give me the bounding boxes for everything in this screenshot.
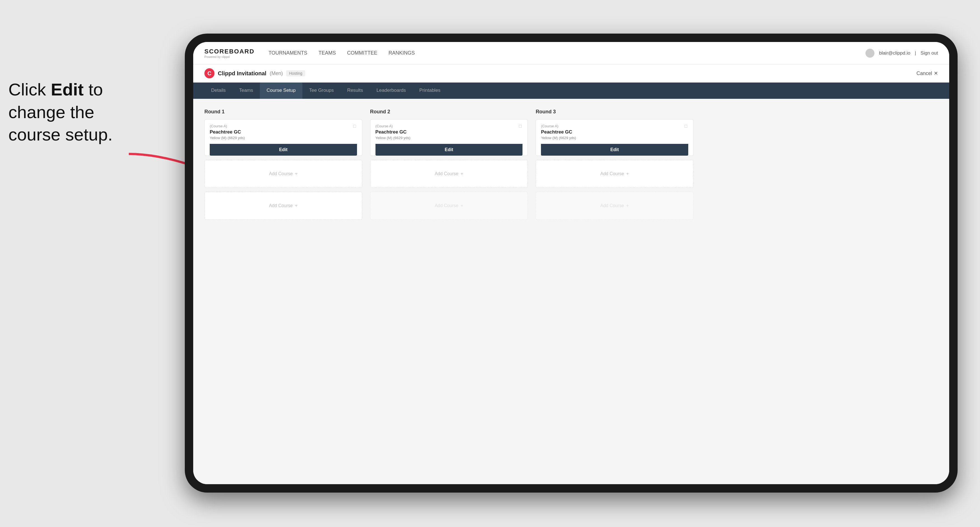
instruction-text: Click Edit tochange thecourse setup.	[8, 78, 113, 146]
nav-teams[interactable]: TEAMS	[319, 48, 336, 58]
nav-separator: |	[915, 50, 916, 56]
round-1-course-details: Yellow (M) (6629 yds)	[210, 136, 357, 140]
tournament-name: Clippd Invitational	[218, 70, 266, 77]
round-2-column: Round 2 □ (Course A) Peachtree GC Yellow…	[370, 109, 528, 224]
add-course-plus-r3-2: +	[626, 203, 628, 208]
round-2-add-course-2: Add Course +	[370, 192, 528, 220]
tab-course-setup[interactable]: Course Setup	[260, 83, 302, 99]
round-3-add-course-2: Add Course +	[536, 192, 694, 220]
add-course-plus-r1-1: +	[295, 171, 298, 176]
round-1-course-label: (Course A)	[210, 124, 357, 128]
top-nav: SCOREBOARD Powered by clippd TOURNAMENTS…	[193, 42, 949, 64]
add-course-label-r1-1: Add Course	[269, 171, 293, 176]
round-1-column: Round 1 □ (Course A) Peachtree GC Yellow…	[204, 109, 362, 224]
round-3-delete-icon[interactable]: □	[682, 123, 689, 130]
add-course-label-r3-1: Add Course	[600, 171, 624, 176]
tournament-info: C Clippd Invitational (Men) Hosting	[204, 68, 305, 78]
round-2-delete-icon[interactable]: □	[517, 123, 523, 130]
round-2-course-details: Yellow (M) (6629 yds)	[375, 136, 523, 140]
nav-tournaments[interactable]: TOURNAMENTS	[269, 48, 307, 58]
nav-user-section: blair@clippd.io | Sign out	[865, 49, 938, 58]
round-1-course-name: Peachtree GC	[210, 129, 357, 135]
round-1-edit-button[interactable]: Edit	[210, 144, 357, 156]
add-course-plus-r1-2: +	[295, 203, 298, 208]
round-1-add-course-1[interactable]: Add Course +	[204, 160, 362, 188]
avatar	[865, 49, 875, 58]
round-1-add-course-2[interactable]: Add Course +	[204, 192, 362, 220]
add-course-plus-r2-1: +	[461, 171, 463, 176]
round-2-course-name: Peachtree GC	[375, 129, 523, 135]
tournament-gender: (Men)	[270, 70, 283, 76]
tab-results[interactable]: Results	[340, 83, 370, 99]
round-3-course-details: Yellow (M) (6629 yds)	[541, 136, 688, 140]
tab-details[interactable]: Details	[204, 83, 232, 99]
rounds-container: Round 1 □ (Course A) Peachtree GC Yellow…	[204, 109, 938, 224]
round-2-course-card: □ (Course A) Peachtree GC Yellow (M) (66…	[370, 119, 528, 156]
round-3-course-name: Peachtree GC	[541, 129, 688, 135]
round-2-title: Round 2	[370, 109, 528, 115]
round-3-course-label: (Course A)	[541, 124, 688, 128]
round-3-course-card: □ (Course A) Peachtree GC Yellow (M) (66…	[536, 119, 694, 156]
round-1-delete-icon[interactable]: □	[352, 123, 358, 130]
tab-printables[interactable]: Printables	[413, 83, 447, 99]
sign-out-link[interactable]: Sign out	[921, 50, 938, 56]
cancel-icon: ✕	[934, 70, 938, 76]
tablet-frame: SCOREBOARD Powered by clippd TOURNAMENTS…	[185, 33, 958, 492]
round-3-edit-button[interactable]: Edit	[541, 144, 688, 156]
user-email: blair@clippd.io	[879, 50, 910, 56]
tablet-screen: SCOREBOARD Powered by clippd TOURNAMENTS…	[193, 42, 949, 484]
instruction-prefix: Click	[8, 80, 51, 99]
tabs-bar: Details Teams Course Setup Tee Groups Re…	[193, 83, 949, 99]
add-course-label-r2-2: Add Course	[434, 203, 458, 208]
round-2-edit-button[interactable]: Edit	[375, 144, 523, 156]
instruction-highlight: Edit	[51, 80, 84, 99]
round-3-add-course-1[interactable]: Add Course +	[536, 160, 694, 188]
tab-teams[interactable]: Teams	[232, 83, 260, 99]
add-course-plus-r3-1: +	[626, 171, 628, 176]
round-3-column: Round 3 □ (Course A) Peachtree GC Yellow…	[536, 109, 694, 224]
logo-subtitle: Powered by clippd	[204, 55, 255, 59]
tab-leaderboards[interactable]: Leaderboards	[370, 83, 413, 99]
clippd-logo: C	[204, 68, 215, 78]
scoreboard-logo: SCOREBOARD Powered by clippd	[204, 48, 255, 59]
nav-links: TOURNAMENTS TEAMS COMMITTEE RANKINGS	[269, 48, 866, 58]
tab-tee-groups[interactable]: Tee Groups	[302, 83, 340, 99]
round-1-title: Round 1	[204, 109, 362, 115]
add-course-plus-r2-2: +	[461, 203, 463, 208]
round-2-course-label: (Course A)	[375, 124, 523, 128]
nav-committee[interactable]: COMMITTEE	[347, 48, 377, 58]
main-content: Round 1 □ (Course A) Peachtree GC Yellow…	[193, 99, 949, 484]
add-course-label-r3-2: Add Course	[600, 203, 624, 208]
tournament-bar: C Clippd Invitational (Men) Hosting Canc…	[193, 64, 949, 83]
cancel-button[interactable]: Cancel ✕	[916, 70, 938, 76]
logo-title: SCOREBOARD	[204, 48, 255, 55]
round-1-course-card: □ (Course A) Peachtree GC Yellow (M) (66…	[204, 119, 362, 156]
empty-column	[702, 109, 938, 224]
hosting-badge: Hosting	[286, 70, 305, 76]
round-2-add-course-1[interactable]: Add Course +	[370, 160, 528, 188]
round-3-title: Round 3	[536, 109, 694, 115]
cancel-label: Cancel	[916, 70, 932, 76]
nav-rankings[interactable]: RANKINGS	[389, 48, 415, 58]
add-course-label-r1-2: Add Course	[269, 203, 293, 208]
add-course-label-r2-1: Add Course	[434, 171, 458, 176]
